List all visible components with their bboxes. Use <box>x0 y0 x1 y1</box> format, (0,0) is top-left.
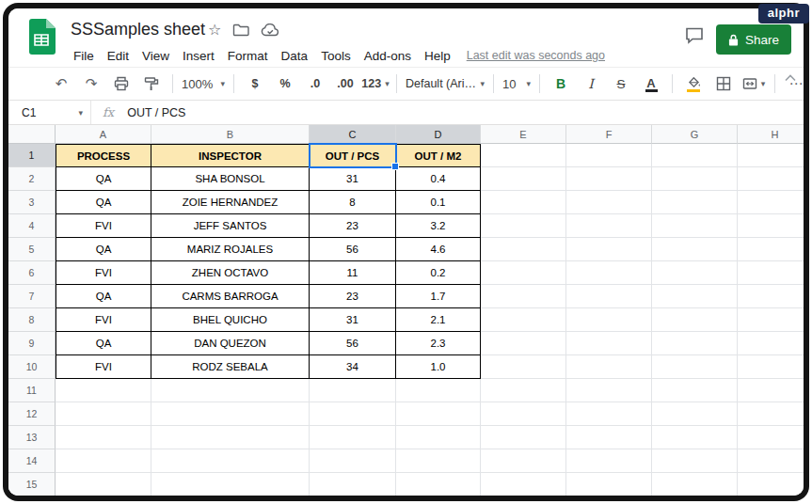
row-header-2[interactable]: 2 <box>8 167 56 191</box>
cell-H7[interactable] <box>738 285 804 308</box>
cell-B1[interactable]: INSPECTOR <box>151 144 310 167</box>
cell-H13[interactable] <box>738 426 804 449</box>
cell-C9[interactable]: 56 <box>310 332 396 355</box>
bold-button[interactable]: B <box>546 71 576 96</box>
cell-A1[interactable]: PROCESS <box>56 144 151 167</box>
column-header-E[interactable]: E <box>481 125 566 144</box>
cell-C10[interactable]: 34 <box>310 355 396 379</box>
redo-button[interactable]: ↷ <box>76 71 106 96</box>
format-percent-button[interactable]: % <box>270 71 300 96</box>
formula-input[interactable]: OUT / PCS <box>127 106 185 119</box>
cell-D14[interactable] <box>396 449 481 473</box>
cell-E10[interactable] <box>481 355 566 379</box>
cell-F12[interactable] <box>566 402 652 426</box>
font-size-select[interactable]: 10▾ <box>500 71 533 96</box>
star-icon[interactable]: ☆ <box>208 23 221 38</box>
cell-F15[interactable] <box>566 473 652 496</box>
cell-E11[interactable] <box>481 379 566 402</box>
cell-F7[interactable] <box>566 285 652 308</box>
cell-A9[interactable]: QA <box>56 332 151 355</box>
cell-E2[interactable] <box>481 167 566 191</box>
row-header-10[interactable]: 10 <box>8 355 56 379</box>
cell-H2[interactable] <box>738 167 804 191</box>
name-box[interactable]: C1 ▾ <box>8 101 91 124</box>
cell-C3[interactable]: 8 <box>310 191 396 214</box>
cell-C7[interactable]: 23 <box>310 285 396 308</box>
cell-E14[interactable] <box>481 449 566 473</box>
cell-C14[interactable] <box>310 449 396 473</box>
cell-G11[interactable] <box>652 379 738 402</box>
undo-button[interactable]: ↶ <box>46 71 76 96</box>
cell-G2[interactable] <box>652 167 738 191</box>
increase-decimal-button[interactable]: .00 <box>330 71 360 96</box>
menu-item-data[interactable]: Data <box>275 47 315 65</box>
cell-E6[interactable] <box>481 261 566 285</box>
menu-item-view[interactable]: View <box>135 47 176 65</box>
cell-D5[interactable]: 4.6 <box>396 238 481 261</box>
cell-D9[interactable]: 2.3 <box>396 332 481 355</box>
cell-E9[interactable] <box>481 332 566 355</box>
column-header-D[interactable]: D <box>396 125 481 144</box>
cell-D15[interactable] <box>396 473 481 496</box>
cell-B12[interactable] <box>151 402 310 426</box>
cell-E3[interactable] <box>481 191 566 214</box>
cell-G13[interactable] <box>652 426 738 449</box>
cloud-status-icon[interactable] <box>261 24 279 37</box>
row-header-1[interactable]: 1 <box>8 144 56 167</box>
cell-F6[interactable] <box>566 261 652 285</box>
cell-D13[interactable] <box>396 426 481 449</box>
column-header-F[interactable]: F <box>566 125 652 144</box>
cell-G10[interactable] <box>652 355 738 379</box>
cell-F5[interactable] <box>566 238 652 261</box>
cell-A13[interactable] <box>56 426 151 449</box>
menu-item-addons[interactable]: Add-ons <box>358 47 418 65</box>
cell-B5[interactable]: MARIZ ROJALES <box>151 238 310 261</box>
fill-color-button[interactable] <box>678 71 709 97</box>
cell-D4[interactable]: 3.2 <box>396 214 481 238</box>
menu-item-edit[interactable]: Edit <box>101 47 135 65</box>
format-currency-button[interactable]: $ <box>240 71 270 96</box>
cell-B15[interactable] <box>151 473 310 496</box>
cell-D1[interactable]: OUT / M2 <box>396 144 481 167</box>
cell-H11[interactable] <box>738 379 804 402</box>
cell-A12[interactable] <box>56 402 151 426</box>
menu-item-insert[interactable]: Insert <box>176 47 221 65</box>
more-formats-button[interactable]: 123▾ <box>360 71 390 96</box>
row-header-3[interactable]: 3 <box>8 191 56 214</box>
column-header-G[interactable]: G <box>652 125 738 144</box>
row-header-11[interactable]: 11 <box>8 379 56 402</box>
cell-A2[interactable]: QA <box>56 167 151 191</box>
share-button[interactable]: Share <box>716 24 791 55</box>
fill-handle[interactable] <box>391 163 399 170</box>
cell-B7[interactable]: CARMS BARROGA <box>151 285 310 308</box>
cell-E8[interactable] <box>481 308 566 332</box>
cell-A4[interactable]: FVI <box>56 214 151 238</box>
cell-D8[interactable]: 2.1 <box>396 308 481 332</box>
print-button[interactable] <box>106 71 136 96</box>
cell-E5[interactable] <box>481 238 566 261</box>
cell-C1[interactable]: OUT / PCS <box>310 144 396 167</box>
cell-C5[interactable]: 56 <box>310 238 396 261</box>
hide-toolbar-icon[interactable] <box>785 74 796 82</box>
cell-C4[interactable]: 23 <box>310 214 396 238</box>
cell-A6[interactable]: FVI <box>56 261 151 285</box>
cell-E13[interactable] <box>481 426 566 449</box>
row-header-8[interactable]: 8 <box>8 308 56 332</box>
cell-D3[interactable]: 0.1 <box>396 191 481 214</box>
cell-C11[interactable] <box>310 379 396 402</box>
menu-item-file[interactable]: File <box>67 47 101 65</box>
cell-H10[interactable] <box>738 355 804 379</box>
select-all-corner[interactable] <box>8 125 56 144</box>
cell-B4[interactable]: JEFF SANTOS <box>151 214 310 238</box>
cell-B11[interactable] <box>151 379 310 402</box>
cell-A15[interactable] <box>56 473 151 496</box>
column-header-C[interactable]: C <box>310 125 396 144</box>
cell-A8[interactable]: FVI <box>56 308 151 332</box>
cell-D12[interactable] <box>396 402 481 426</box>
cell-E12[interactable] <box>481 402 566 426</box>
cell-H3[interactable] <box>738 191 804 214</box>
row-header-13[interactable]: 13 <box>8 426 56 449</box>
cell-A5[interactable]: QA <box>56 238 151 261</box>
cell-A3[interactable]: QA <box>56 191 151 214</box>
row-header-12[interactable]: 12 <box>8 402 56 426</box>
